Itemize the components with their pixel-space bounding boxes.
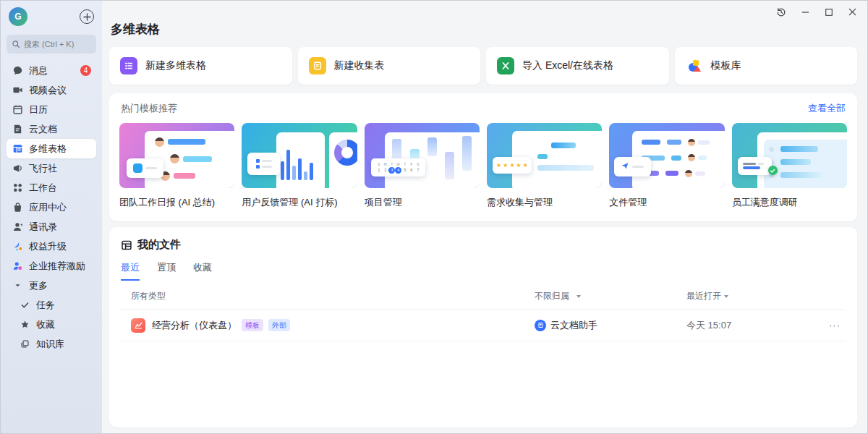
template-title: 团队工作日报 (AI 总结)	[119, 196, 234, 209]
user-avatar[interactable]: G	[9, 7, 27, 26]
sidebar-item-label: 飞行社	[29, 162, 57, 175]
sidebar-item-referral[interactable]: 企业推荐激励	[7, 256, 96, 276]
sidebar-item-feixingshe[interactable]: 飞行社	[7, 158, 96, 178]
sidebar-item-workbench[interactable]: 工作台	[7, 178, 96, 197]
calendar-icon	[12, 104, 23, 116]
referral-icon	[12, 260, 23, 272]
new-form-icon	[309, 57, 326, 75]
sidebar-item-label: 多维表格	[29, 142, 67, 156]
wiki-icon	[19, 339, 30, 350]
sidebar-item-upgrade[interactable]: 权益升级	[7, 237, 96, 256]
template-card-survey[interactable]: 员工满意度调研	[732, 123, 847, 209]
search-input[interactable]	[7, 35, 96, 54]
star-icon: ★	[509, 163, 514, 169]
close-icon[interactable]	[848, 7, 857, 17]
template-card-requirements[interactable]: ★★★★★ 需求收集与管理	[487, 123, 602, 209]
template-thumbnail	[609, 123, 724, 188]
filter-owner-dropdown[interactable]: 不限归属	[535, 290, 686, 302]
bag-icon	[12, 202, 23, 213]
template-title: 需求收集与管理	[487, 196, 602, 209]
file-row[interactable]: 经营分析（仪表盘） 模板 外部 云文档助手 今天 15:07 ···	[121, 310, 846, 341]
donut-chart	[334, 140, 357, 166]
view-all-link[interactable]: 查看全部	[808, 102, 846, 115]
sidebar-item-video-meeting[interactable]: 视频会议	[7, 80, 96, 100]
template-card-feedback[interactable]: 用户反馈管理 (AI 打标)	[242, 123, 357, 209]
template-card-files[interactable]: 文件管理	[609, 123, 724, 209]
sidebar-item-label: 权益升级	[29, 240, 67, 253]
action-label: 导入 Excel/在线表格	[522, 59, 613, 72]
template-title: 员工满意度调研	[732, 196, 847, 209]
sidebar-item-label: 知识库	[36, 338, 64, 351]
sidebar-item-label: 通讯录	[29, 221, 57, 234]
main-area: 多维表格 新建多维表格 新建收集表 导入 Excel/在线表格	[102, 1, 867, 433]
template-card-project[interactable]: SMTWTFS 1234567 项目管理	[365, 123, 480, 209]
sidebar-item-messages[interactable]: 消息 4	[7, 61, 96, 80]
my-files-section: 我的文件 最近 置顶 收藏 所有类型 不限归属 最近打开 经营分析（仪表盘）	[109, 227, 857, 427]
filter-sort-dropdown[interactable]: 最近打开	[686, 290, 824, 302]
add-icon[interactable]	[80, 9, 94, 24]
sidebar-item-label: 工作台	[29, 182, 57, 195]
bell-icon	[133, 163, 142, 173]
sidebar-item-contacts[interactable]: 通讯录	[7, 217, 96, 237]
minimize-icon[interactable]	[801, 7, 810, 17]
app-window: G 消息 4 视频会议 日历	[0, 0, 868, 434]
tab-pinned[interactable]: 置顶	[157, 261, 176, 281]
search-icon	[12, 40, 20, 48]
import-excel-button[interactable]: 导入 Excel/在线表格	[486, 47, 669, 85]
quick-actions: 新建多维表格 新建收集表 导入 Excel/在线表格 模板库	[109, 47, 857, 85]
new-bitable-icon	[120, 57, 137, 75]
star-icon: ★	[516, 163, 522, 169]
new-bitable-button[interactable]: 新建多维表格	[109, 47, 292, 85]
sidebar-item-more[interactable]: 更多	[7, 276, 96, 295]
owner-avatar	[535, 320, 546, 331]
template-title: 用户反馈管理 (AI 打标)	[242, 196, 357, 209]
template-thumbnail	[732, 123, 847, 188]
chevron-down-icon	[576, 295, 581, 298]
sidebar-item-label: 收藏	[36, 318, 55, 331]
template-library-icon	[686, 57, 703, 75]
star-icon: ★	[496, 163, 501, 169]
bitable-icon	[12, 143, 23, 155]
template-tag: 模板	[242, 319, 263, 331]
sidebar-item-app-center[interactable]: 应用中心	[7, 197, 96, 217]
star-rating-badge: ★★★★★	[493, 157, 532, 174]
document-icon	[12, 124, 23, 135]
template-thumbnail	[119, 123, 234, 188]
sidebar-item-label: 视频会议	[29, 84, 67, 97]
sidebar-item-tasks[interactable]: 任务	[7, 295, 96, 315]
chat-icon	[12, 65, 23, 77]
megaphone-icon	[12, 163, 23, 174]
history-icon[interactable]	[776, 7, 786, 17]
action-label: 模板库	[711, 59, 741, 72]
star-icon: ★	[503, 163, 508, 169]
contacts-icon	[12, 221, 23, 233]
maximize-icon[interactable]	[825, 8, 833, 17]
upgrade-icon	[12, 241, 23, 252]
my-files-title: 我的文件	[137, 238, 181, 252]
tab-recent[interactable]: 最近	[121, 261, 140, 281]
sidebar: G 消息 4 视频会议 日历	[1, 1, 102, 433]
sidebar-item-docs[interactable]: 云文档	[7, 119, 96, 139]
last-opened-time: 今天 15:07	[686, 319, 824, 332]
template-library-button[interactable]: 模板库	[675, 47, 858, 85]
sidebar-item-wiki[interactable]: 知识库	[7, 334, 96, 354]
file-name: 经营分析（仪表盘）	[152, 319, 237, 332]
sidebar-nav: 消息 4 视频会议 日历 云文档 多维表格 飞行社	[7, 61, 96, 354]
sidebar-item-favorites[interactable]: 收藏	[7, 315, 96, 334]
check-icon	[19, 299, 30, 311]
new-form-button[interactable]: 新建收集表	[298, 47, 481, 85]
workbench-icon	[12, 182, 23, 194]
my-files-icon	[121, 239, 132, 251]
row-more-icon[interactable]: ···	[829, 320, 841, 331]
file-list-header: 所有类型 不限归属 最近打开	[121, 284, 846, 310]
tab-favorites[interactable]: 收藏	[193, 261, 212, 281]
sidebar-item-calendar[interactable]: 日历	[7, 100, 96, 119]
template-card-daily-report[interactable]: 团队工作日报 (AI 总结)	[119, 123, 234, 209]
sidebar-item-bitable[interactable]: 多维表格	[7, 139, 96, 158]
star-icon: ★	[523, 163, 528, 169]
dashboard-file-icon	[131, 318, 145, 333]
owner-name: 云文档助手	[550, 319, 597, 332]
window-titlebar	[109, 1, 857, 18]
search-field[interactable]	[24, 40, 91, 48]
action-label: 新建收集表	[334, 59, 385, 72]
